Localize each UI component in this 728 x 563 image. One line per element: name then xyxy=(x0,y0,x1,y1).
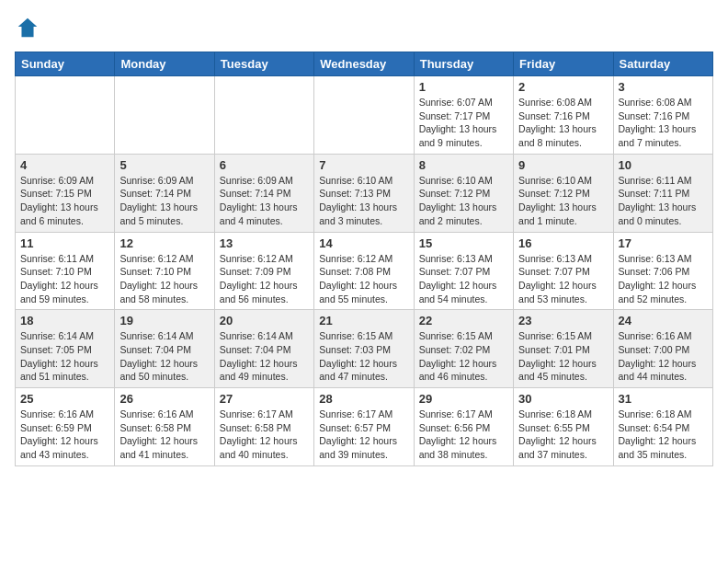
calendar-cell: 15Sunrise: 6:13 AM Sunset: 7:07 PM Dayli… xyxy=(414,232,513,310)
day-info: Sunrise: 6:12 AM Sunset: 7:10 PM Dayligh… xyxy=(119,252,209,306)
day-info: Sunrise: 6:16 AM Sunset: 6:59 PM Dayligh… xyxy=(20,408,109,462)
calendar-cell: 30Sunrise: 6:18 AM Sunset: 6:55 PM Dayli… xyxy=(514,388,613,466)
day-info: Sunrise: 6:17 AM Sunset: 6:57 PM Dayligh… xyxy=(319,408,408,462)
calendar-cell xyxy=(115,76,214,155)
day-number: 29 xyxy=(419,392,508,406)
calendar-week-row: 25Sunrise: 6:16 AM Sunset: 6:59 PM Dayli… xyxy=(16,388,713,466)
calendar-table: SundayMondayTuesdayWednesdayThursdayFrid… xyxy=(15,52,713,466)
day-number: 14 xyxy=(319,236,408,250)
day-info: Sunrise: 6:12 AM Sunset: 7:09 PM Dayligh… xyxy=(220,252,309,306)
day-number: 17 xyxy=(619,236,708,250)
day-number: 1 xyxy=(419,80,508,94)
calendar-cell: 28Sunrise: 6:17 AM Sunset: 6:57 PM Dayli… xyxy=(314,388,414,466)
day-number: 4 xyxy=(20,158,109,172)
day-info: Sunrise: 6:13 AM Sunset: 7:06 PM Dayligh… xyxy=(619,252,708,306)
day-info: Sunrise: 6:13 AM Sunset: 7:07 PM Dayligh… xyxy=(419,252,508,306)
day-info: Sunrise: 6:08 AM Sunset: 7:16 PM Dayligh… xyxy=(619,96,708,150)
calendar-cell: 25Sunrise: 6:16 AM Sunset: 6:59 PM Dayli… xyxy=(16,388,115,466)
calendar-cell: 21Sunrise: 6:15 AM Sunset: 7:03 PM Dayli… xyxy=(314,310,414,388)
calendar-cell: 11Sunrise: 6:11 AM Sunset: 7:10 PM Dayli… xyxy=(16,232,115,310)
day-number: 15 xyxy=(419,236,508,250)
day-number: 21 xyxy=(319,314,408,327)
day-number: 19 xyxy=(119,314,209,327)
day-number: 10 xyxy=(619,158,708,172)
calendar-week-row: 11Sunrise: 6:11 AM Sunset: 7:10 PM Dayli… xyxy=(16,232,713,310)
calendar-cell: 12Sunrise: 6:12 AM Sunset: 7:10 PM Dayli… xyxy=(115,232,214,310)
calendar-header-saturday: Saturday xyxy=(613,52,712,76)
calendar-header-tuesday: Tuesday xyxy=(214,52,313,76)
calendar-cell: 29Sunrise: 6:17 AM Sunset: 6:56 PM Dayli… xyxy=(414,388,513,466)
calendar-cell: 31Sunrise: 6:18 AM Sunset: 6:54 PM Dayli… xyxy=(613,388,712,466)
calendar-cell: 9Sunrise: 6:10 AM Sunset: 7:12 PM Daylig… xyxy=(514,154,613,232)
calendar-cell xyxy=(214,76,313,155)
calendar-header-monday: Monday xyxy=(115,52,214,76)
calendar-cell: 1Sunrise: 6:07 AM Sunset: 7:17 PM Daylig… xyxy=(414,76,513,155)
calendar-cell: 17Sunrise: 6:13 AM Sunset: 7:06 PM Dayli… xyxy=(613,232,712,310)
calendar-cell: 10Sunrise: 6:11 AM Sunset: 7:11 PM Dayli… xyxy=(613,154,712,232)
calendar-header-row: SundayMondayTuesdayWednesdayThursdayFrid… xyxy=(16,52,713,76)
day-info: Sunrise: 6:12 AM Sunset: 7:08 PM Dayligh… xyxy=(319,252,408,306)
day-info: Sunrise: 6:15 AM Sunset: 7:01 PM Dayligh… xyxy=(518,329,608,384)
page-header xyxy=(15,15,713,40)
day-info: Sunrise: 6:11 AM Sunset: 7:10 PM Dayligh… xyxy=(20,252,109,306)
day-number: 16 xyxy=(518,236,608,250)
day-number: 20 xyxy=(220,314,309,327)
day-info: Sunrise: 6:16 AM Sunset: 7:00 PM Dayligh… xyxy=(619,329,708,384)
day-info: Sunrise: 6:09 AM Sunset: 7:14 PM Dayligh… xyxy=(220,174,309,228)
day-info: Sunrise: 6:14 AM Sunset: 7:04 PM Dayligh… xyxy=(220,329,309,384)
day-info: Sunrise: 6:10 AM Sunset: 7:13 PM Dayligh… xyxy=(319,174,408,228)
logo-icon xyxy=(15,15,40,40)
day-number: 9 xyxy=(518,158,608,172)
day-info: Sunrise: 6:15 AM Sunset: 7:02 PM Dayligh… xyxy=(419,329,508,384)
calendar-cell xyxy=(314,76,414,155)
calendar-cell: 14Sunrise: 6:12 AM Sunset: 7:08 PM Dayli… xyxy=(314,232,414,310)
day-info: Sunrise: 6:14 AM Sunset: 7:04 PM Dayligh… xyxy=(119,329,209,384)
day-info: Sunrise: 6:13 AM Sunset: 7:07 PM Dayligh… xyxy=(518,252,608,306)
day-info: Sunrise: 6:14 AM Sunset: 7:05 PM Dayligh… xyxy=(20,329,109,384)
day-number: 24 xyxy=(619,314,708,327)
calendar-header-wednesday: Wednesday xyxy=(314,52,414,76)
logo xyxy=(15,15,44,40)
calendar-cell: 16Sunrise: 6:13 AM Sunset: 7:07 PM Dayli… xyxy=(514,232,613,310)
calendar-cell: 24Sunrise: 6:16 AM Sunset: 7:00 PM Dayli… xyxy=(613,310,712,388)
day-number: 31 xyxy=(619,392,708,406)
day-number: 27 xyxy=(220,392,309,406)
calendar-cell: 19Sunrise: 6:14 AM Sunset: 7:04 PM Dayli… xyxy=(115,310,214,388)
day-number: 26 xyxy=(119,392,209,406)
day-number: 28 xyxy=(319,392,408,406)
calendar-header-sunday: Sunday xyxy=(16,52,115,76)
calendar-cell: 7Sunrise: 6:10 AM Sunset: 7:13 PM Daylig… xyxy=(314,154,414,232)
day-number: 5 xyxy=(119,158,209,172)
calendar-cell: 3Sunrise: 6:08 AM Sunset: 7:16 PM Daylig… xyxy=(613,76,712,155)
day-number: 23 xyxy=(518,314,608,327)
day-number: 6 xyxy=(220,158,309,172)
calendar-cell xyxy=(16,76,115,155)
calendar-cell: 13Sunrise: 6:12 AM Sunset: 7:09 PM Dayli… xyxy=(214,232,313,310)
day-info: Sunrise: 6:17 AM Sunset: 6:56 PM Dayligh… xyxy=(419,408,508,462)
calendar-cell: 2Sunrise: 6:08 AM Sunset: 7:16 PM Daylig… xyxy=(514,76,613,155)
calendar-week-row: 18Sunrise: 6:14 AM Sunset: 7:05 PM Dayli… xyxy=(16,310,713,388)
calendar-cell: 20Sunrise: 6:14 AM Sunset: 7:04 PM Dayli… xyxy=(214,310,313,388)
day-info: Sunrise: 6:09 AM Sunset: 7:15 PM Dayligh… xyxy=(20,174,109,228)
calendar-header-thursday: Thursday xyxy=(414,52,513,76)
day-number: 25 xyxy=(20,392,109,406)
calendar-cell: 26Sunrise: 6:16 AM Sunset: 6:58 PM Dayli… xyxy=(115,388,214,466)
day-info: Sunrise: 6:11 AM Sunset: 7:11 PM Dayligh… xyxy=(619,174,708,228)
calendar-cell: 8Sunrise: 6:10 AM Sunset: 7:12 PM Daylig… xyxy=(414,154,513,232)
day-info: Sunrise: 6:07 AM Sunset: 7:17 PM Dayligh… xyxy=(419,96,508,150)
day-info: Sunrise: 6:16 AM Sunset: 6:58 PM Dayligh… xyxy=(119,408,209,462)
calendar-cell: 27Sunrise: 6:17 AM Sunset: 6:58 PM Dayli… xyxy=(214,388,313,466)
calendar-week-row: 4Sunrise: 6:09 AM Sunset: 7:15 PM Daylig… xyxy=(16,154,713,232)
day-number: 8 xyxy=(419,158,508,172)
day-number: 3 xyxy=(619,80,708,94)
day-info: Sunrise: 6:17 AM Sunset: 6:58 PM Dayligh… xyxy=(220,408,309,462)
day-number: 7 xyxy=(319,158,408,172)
day-number: 30 xyxy=(518,392,608,406)
calendar-cell: 23Sunrise: 6:15 AM Sunset: 7:01 PM Dayli… xyxy=(514,310,613,388)
day-info: Sunrise: 6:18 AM Sunset: 6:54 PM Dayligh… xyxy=(619,408,708,462)
calendar-header-friday: Friday xyxy=(514,52,613,76)
day-number: 11 xyxy=(20,236,109,250)
day-info: Sunrise: 6:08 AM Sunset: 7:16 PM Dayligh… xyxy=(518,96,608,150)
calendar-cell: 6Sunrise: 6:09 AM Sunset: 7:14 PM Daylig… xyxy=(214,154,313,232)
day-info: Sunrise: 6:09 AM Sunset: 7:14 PM Dayligh… xyxy=(119,174,209,228)
